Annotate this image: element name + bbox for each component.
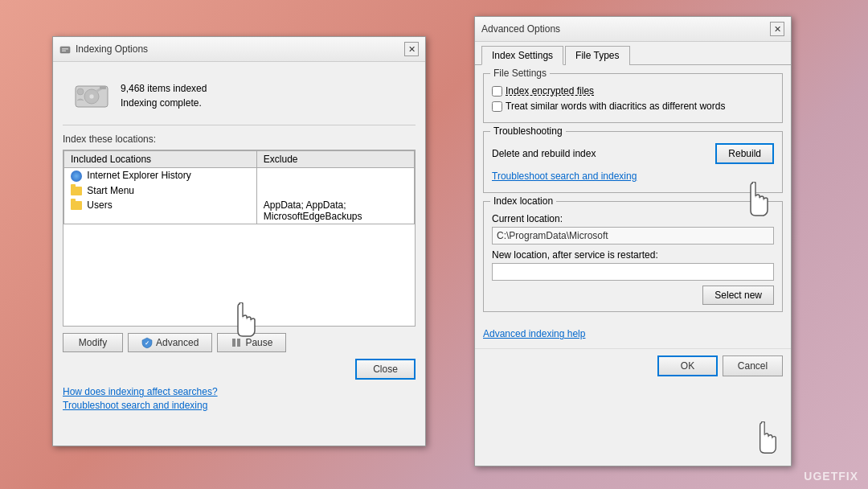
svg-rect-0 — [60, 47, 70, 53]
new-label: New location, after service is restarted… — [492, 249, 774, 261]
file-settings-title: File Settings — [490, 68, 550, 79]
advanced-indexing-link[interactable]: Advanced indexing help — [483, 328, 783, 339]
pause-button[interactable]: Pause — [217, 333, 286, 352]
current-label: Current location: — [492, 213, 774, 224]
rebuild-button[interactable]: Rebuild — [715, 143, 774, 164]
links-section: How does indexing affect searches? Troub… — [63, 386, 416, 411]
table-row[interactable]: Start Menu — [64, 183, 415, 198]
location-ie: Internet Explorer History — [64, 168, 257, 183]
location-users: Users — [64, 198, 257, 224]
troubleshooting-group: Troubleshooting Delete and rebuild index… — [483, 131, 783, 193]
advanced-title-bar: Advanced Options ✕ — [475, 17, 791, 42]
cursor-hand-cancel — [752, 421, 783, 458]
ok-button[interactable]: OK — [657, 355, 718, 376]
svg-rect-7 — [100, 86, 106, 89]
how-does-link[interactable]: How does indexing affect searches? — [63, 386, 416, 397]
exclude-users: AppData; AppData; MicrosoftEdgeBackups — [256, 198, 414, 224]
svg-rect-2 — [62, 51, 66, 52]
close-button[interactable]: Close — [355, 359, 416, 380]
new-location-input[interactable] — [492, 263, 774, 281]
index-location-group: Index location Current location: New loc… — [483, 201, 783, 312]
tab-content: File Settings Index encrypted files Trea… — [475, 65, 791, 328]
index-location-title: Index location — [490, 195, 556, 207]
troubleshooting-title: Troubleshooting — [490, 125, 566, 137]
indexing-button-row: Modify ✓ Advanced Pause — [63, 333, 416, 352]
section-label: Index these locations: — [63, 134, 416, 145]
file-settings-group: File Settings Index encrypted files Trea… — [483, 73, 783, 123]
svg-text:✓: ✓ — [145, 340, 149, 346]
advanced-button[interactable]: ✓ Advanced — [128, 333, 212, 352]
location-start: Start Menu — [64, 183, 257, 198]
col-included: Included Locations — [64, 151, 257, 168]
exclude-ie — [256, 168, 414, 183]
svg-point-5 — [89, 94, 94, 99]
tab-index-settings[interactable]: Index Settings — [481, 46, 563, 65]
indexing-status: Indexing complete. — [121, 97, 406, 109]
col-exclude: Exclude — [256, 151, 414, 168]
select-new-button[interactable]: Select new — [702, 286, 774, 305]
locations-table: Included Locations Exclude Internet Expl… — [63, 150, 415, 224]
indexing-title-bar: Indexing Options ✕ — [53, 37, 425, 62]
hdd-icon — [72, 76, 111, 115]
exclude-start — [256, 183, 414, 198]
indexing-dialog: Indexing Options ✕ 9,468 items indexe — [52, 36, 426, 446]
tab-bar: Index Settings File Types — [475, 42, 791, 65]
cancel-button[interactable]: Cancel — [723, 355, 783, 376]
svg-rect-11 — [237, 339, 240, 347]
indexing-close-button[interactable]: ✕ — [404, 42, 419, 56]
table-row[interactable]: Users AppData; AppData; MicrosoftEdgeBac… — [64, 198, 415, 224]
indexing-header: 9,468 items indexed Indexing complete. — [63, 70, 416, 125]
advanced-title-text: Advanced Options — [481, 23, 560, 35]
rebuild-label: Delete and rebuild index — [492, 148, 596, 159]
table-row[interactable]: Internet Explorer History — [64, 168, 415, 183]
folder-icon — [71, 187, 82, 195]
encrypt-label: Index encrypted files — [506, 85, 594, 97]
svg-point-8 — [77, 88, 84, 95]
shield-icon: ✓ — [141, 337, 153, 348]
folder-icon — [71, 201, 82, 210]
current-location-input[interactable] — [492, 227, 774, 244]
indexing-title-text: Indexing Options — [76, 43, 148, 55]
watermark: UGETFIX — [804, 470, 858, 483]
locations-table-container: Included Locations Exclude Internet Expl… — [63, 150, 416, 327]
troubleshoot-indexing-link[interactable]: Troubleshoot search and indexing — [492, 171, 774, 182]
encrypt-checkbox[interactable] — [492, 86, 502, 97]
advanced-title-left: Advanced Options — [481, 23, 560, 35]
indexing-info: 9,468 items indexed Indexing complete. — [121, 83, 406, 109]
items-count: 9,468 items indexed — [121, 83, 406, 94]
pause-icon — [231, 337, 242, 348]
tab-file-types[interactable]: File Types — [565, 46, 629, 65]
diacritics-checkbox[interactable] — [492, 101, 502, 112]
title-bar-left: Indexing Options — [59, 43, 148, 55]
checkbox-row-encrypt: Index encrypted files — [492, 85, 774, 97]
svg-rect-10 — [232, 339, 235, 347]
advanced-close-button[interactable]: ✕ — [770, 22, 784, 36]
dialog-footer: OK Cancel — [475, 348, 791, 383]
svg-rect-1 — [62, 48, 68, 50]
troubleshoot-link[interactable]: Troubleshoot search and indexing — [63, 400, 416, 411]
indexing-title-icon — [59, 43, 71, 55]
rebuild-row: Delete and rebuild index Rebuild — [492, 143, 774, 164]
modify-button[interactable]: Modify — [63, 333, 123, 352]
globe-icon — [71, 171, 82, 182]
diacritics-label: Treat similar words with diacritics as d… — [506, 101, 725, 112]
advanced-dialog: Advanced Options ✕ Index Settings File T… — [474, 16, 792, 466]
checkbox-row-diacritics: Treat similar words with diacritics as d… — [492, 101, 774, 112]
